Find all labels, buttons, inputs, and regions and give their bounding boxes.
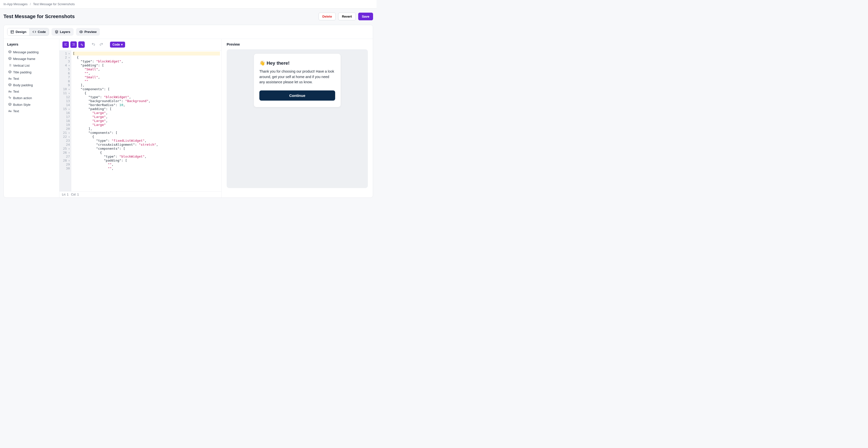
preview-heading: Preview [227,42,368,46]
design-tab-label: Design [16,30,26,34]
align-left-button[interactable] [62,41,69,48]
layer-item[interactable]: Body padding [7,82,57,88]
aa-icon: Aa [8,90,12,93]
breadcrumb-root[interactable]: In-App Messages [3,2,28,6]
chevron-down-icon: ▾ [121,43,123,46]
eye-icon [79,30,83,34]
page-title: Test Message for Screenshots [3,13,75,19]
layer-item[interactable]: Button Style [7,101,57,108]
code-toolbar: Code ▾ [59,39,221,50]
layer-item-label: Body padding [13,83,33,87]
layer-item-label: Message frame [13,57,35,61]
layer-item-label: Text [13,77,19,81]
code-dropdown[interactable]: Code ▾ [110,41,125,48]
code-panel: Code ▾ 123456789101112131415161718192021… [59,39,222,198]
box-icon [8,57,12,61]
layer-item[interactable]: Vertical List [7,62,57,69]
box-icon [8,70,12,74]
main-card: Design Code Layers Preview Lay [3,25,373,198]
align-right-button[interactable] [70,41,77,48]
preview-cta-button[interactable]: Continue [259,90,335,100]
redo-button[interactable] [98,41,104,48]
layer-item[interactable]: Message padding [7,49,57,56]
undo-icon [91,42,95,47]
layer-item-label: Title padding [13,70,31,74]
align-right-icon [72,42,75,47]
revert-button[interactable]: Revert [338,12,355,20]
breadcrumb-separator: / [30,2,31,6]
title-actions: Delete Revert Save [318,12,373,20]
layer-item-label: Text [13,109,19,113]
layer-item-label: Message padding [13,50,39,54]
layer-item[interactable]: AaText [7,108,57,114]
align-left-icon [64,42,67,47]
preview-card-title: 👋 Hey there! [259,60,335,66]
box-icon [8,83,12,87]
layers-button-label: Layers [60,30,70,34]
preview-panel: Preview 👋 Hey there! Thank you for choos… [222,39,373,198]
redo-icon [99,42,103,47]
preview-card: 👋 Hey there! Thank you for choosing our … [254,54,341,107]
wrench-icon [80,42,83,47]
preview-button[interactable]: Preview [76,28,100,36]
code-icon [32,30,36,34]
preview-card-body: Thank you for choosing our product! Have… [259,69,335,85]
design-tab[interactable]: Design [7,28,29,35]
layer-item[interactable]: Button action [7,95,57,101]
list-icon [8,63,12,68]
aa-icon: Aa [8,77,12,81]
svg-point-1 [81,31,82,32]
design-code-toggle: Design Code [7,28,49,36]
title-bar: Test Message for Screenshots Delete Reve… [0,9,376,25]
click-icon [8,96,12,100]
preview-button-label: Preview [85,30,97,34]
code-gutter: 1234567891011121314151617181920212223242… [59,51,71,191]
code-editor[interactable]: 1234567891011121314151617181920212223242… [59,50,221,191]
wrench-button[interactable] [78,41,85,48]
breadcrumb-current: Test Message for Screenshots [33,2,75,6]
layer-item-label: Text [13,90,19,93]
delete-button[interactable]: Delete [318,12,336,20]
layer-item[interactable]: Title padding [7,69,57,76]
code-tab-label: Code [38,30,46,34]
layers-heading: Layers [7,42,57,46]
layers-panel: Layers Message paddingMessage frameVerti… [4,39,59,198]
svg-rect-0 [11,30,13,33]
code-text[interactable]: [ { "type": "blockWidget", "padding": [ … [71,51,221,191]
box-icon [8,50,12,54]
aa-icon: Aa [8,110,12,113]
layer-item[interactable]: Message frame [7,56,57,62]
breadcrumb: In-App Messages / Test Message for Scree… [0,0,376,9]
save-button[interactable]: Save [358,12,373,20]
panes: Layers Message paddingMessage frameVerti… [4,39,373,198]
layout-icon [10,30,14,34]
undo-button[interactable] [90,41,97,48]
layer-item-label: Button action [13,96,32,100]
preview-stage: 👋 Hey there! Thank you for choosing our … [227,49,368,188]
code-tab[interactable]: Code [29,28,49,35]
layers-button[interactable]: Layers [52,28,73,36]
layer-item[interactable]: AaText [7,88,57,95]
layer-item[interactable]: AaText [7,76,57,82]
layer-tree: Message paddingMessage frameVertical Lis… [7,49,57,114]
code-dropdown-label: Code [113,43,120,46]
box-icon [8,102,12,107]
status-col: 1 [77,193,79,196]
status-ln: 1 [67,193,69,196]
layer-item-label: Vertical List [13,64,29,67]
code-statusbar: Ln: 1 Col: 1 [59,191,221,198]
layers-icon [55,30,58,34]
editor-toolbar: Design Code Layers Preview [4,25,373,39]
layer-item-label: Button Style [13,103,30,107]
